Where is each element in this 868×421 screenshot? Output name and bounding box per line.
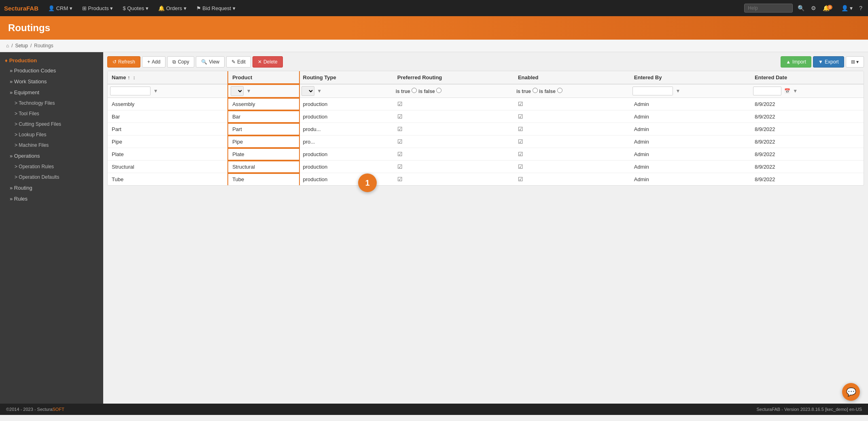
cell-routing-type: produ... [299,123,393,135]
brand-logo[interactable]: SecturaFAB [4,5,38,12]
cell-preferred-routing: ☑ [393,173,514,186]
cell-routing-type: production [299,173,393,186]
col-header-routing-type: Routing Type [299,71,393,84]
breadcrumb-separator: / [11,43,13,49]
is-true-label: is true [396,89,410,94]
notification-icon[interactable]: 🔔0 [821,3,836,13]
gear-icon[interactable]: ⚙ [809,3,818,13]
filter-name: ▼ [108,84,228,98]
enabled-false-radio[interactable] [557,88,562,93]
entered-by-filter-input[interactable] [632,87,673,95]
footer-left: ©2014 - 2023 - SecturaSOFT [6,407,64,412]
notification-badge: 0 [827,5,832,10]
enabled-true-radio[interactable] [533,88,538,93]
table-row[interactable]: Plate Plate production ☑ ☑ Admin 8/9/202… [108,148,864,161]
entered-by-filter-icon[interactable]: ▼ [675,88,680,94]
page-title: Routings [8,22,860,34]
filter-preferred-routing: is true is false [393,84,514,98]
table-row[interactable]: Tube Tube production ☑ ☑ Admin 8/9/2022 [108,173,864,186]
nav-bid-request[interactable]: ⚑ Bid Request ▾ [192,3,240,13]
edit-button[interactable]: ✎ Edit [226,56,251,68]
import-button[interactable]: ▲ Import [781,56,811,68]
sidebar-item-routing[interactable]: » Routing [0,182,103,193]
view-button[interactable]: 🔍 View [196,56,225,68]
table-row[interactable]: Bar Bar production ☑ ☑ Admin 8/9/2022 [108,110,864,123]
nav-right: 🔍 ⚙ 🔔0 👤 ▾ ? [744,3,864,13]
export-button[interactable]: ▼ Export [813,56,844,68]
sidebar-item-operations[interactable]: » Operations [0,150,103,161]
cell-entered-date: 8/9/2022 [751,110,864,123]
add-button[interactable]: + Add [142,56,166,68]
refresh-button[interactable]: ↺ Refresh [107,56,140,68]
sidebar-subitem-technology-files[interactable]: > Technology Files [0,98,103,108]
routing-type-filter-icon[interactable]: ▼ [317,88,322,94]
breadcrumb-setup[interactable]: Setup [15,43,28,49]
preferred-false-radio[interactable] [436,88,441,93]
product-filter-select[interactable] [231,86,244,96]
cell-entered-by: Admin [630,161,751,173]
help-input[interactable] [744,4,793,13]
cell-preferred-routing: ☑ [393,161,514,173]
cell-enabled: ☑ [514,123,630,135]
preferred-true-radio[interactable] [412,88,417,93]
sidebar-item-production-codes[interactable]: » Production Codes [0,65,103,76]
nav-quotes[interactable]: $ Quotes ▾ [119,3,152,13]
filter-entered-date: 📅 ▼ [751,84,864,98]
sidebar-item-equipment[interactable]: » Equipment [0,87,103,98]
cell-entered-date: 8/9/2022 [751,148,864,161]
sidebar-item-rules[interactable]: » Rules [0,193,103,204]
filter-enabled: is true is false [514,84,630,98]
brand-suffix: FAB [26,5,38,12]
filter-routing-type: ▼ [299,84,393,98]
routing-type-filter-select[interactable] [301,86,314,96]
cell-enabled: ☑ [514,98,630,110]
nav-orders[interactable]: 🔔 Orders ▾ [154,3,191,13]
cell-product: Structural [228,161,299,173]
copy-button[interactable]: ⧉ Copy [167,56,194,68]
cell-entered-by: Admin [630,123,751,135]
sidebar-subitem-machine-files[interactable]: > Machine Files [0,140,103,150]
user-icon[interactable]: 👤 ▾ [840,3,854,13]
sidebar-section-production[interactable]: ♦ Production [0,54,103,65]
delete-button[interactable]: ✕ Delete [253,56,283,68]
cell-name: Structural [108,161,228,173]
table-row[interactable]: Pipe Pipe pro... ☑ ☑ Admin 8/9/2022 [108,135,864,148]
col-header-enabled: Enabled [514,71,630,84]
nav-crm[interactable]: 👤 CRM ▾ [44,3,76,13]
entered-date-filter-input[interactable] [753,87,781,95]
table-row[interactable]: Assembly Assembly production ☑ ☑ Admin 8… [108,98,864,110]
footer-brand-highlight: SOFT [53,407,64,412]
breadcrumb-separator2: / [30,43,32,49]
cell-routing-type: production [299,98,393,110]
entered-date-calendar-icon[interactable]: 📅 [784,88,790,94]
cell-entered-by: Admin [630,98,751,110]
name-filter-icon[interactable]: ▼ [153,88,158,94]
cell-routing-type: production [299,161,393,173]
sidebar-subitem-lookup-files[interactable]: > Lookup Files [0,129,103,140]
cell-product: Tube [228,173,299,186]
chat-button[interactable]: 💬 [842,383,860,401]
toolbar: ↺ Refresh + Add ⧉ Copy 🔍 View ✎ Edit ✕ D… [107,56,864,68]
search-icon[interactable]: 🔍 [796,3,806,13]
sidebar-subitem-operation-rules[interactable]: > Operation Rules [0,161,103,172]
sidebar-subitem-tool-files[interactable]: > Tool Files [0,108,103,119]
columns-button[interactable]: ⊞ ▾ [846,56,864,68]
entered-date-filter-icon[interactable]: ▼ [793,88,798,94]
table-row[interactable]: Part Part produ... ☑ ☑ Admin 8/9/2022 [108,123,864,135]
sidebar-subitem-cutting-speed-files[interactable]: > Cutting Speed Files [0,119,103,129]
sidebar-item-work-stations[interactable]: » Work Stations [0,76,103,87]
cell-entered-date: 8/9/2022 [751,135,864,148]
product-filter-icon[interactable]: ▼ [246,88,251,94]
cell-entered-date: 8/9/2022 [751,161,864,173]
table-row[interactable]: Structural Structural production ☑ ☑ Adm… [108,161,864,173]
footer: ©2014 - 2023 - SecturaSOFT SecturaFAB - … [0,404,868,415]
home-icon[interactable]: ⌂ [6,43,9,49]
cell-preferred-routing: ☑ [393,148,514,161]
sidebar-subitem-operation-defaults[interactable]: > Operation Defaults [0,172,103,182]
help-icon[interactable]: ? [857,3,864,13]
cell-name: Assembly [108,98,228,110]
nav-products[interactable]: ⊞ Products ▾ [78,3,117,13]
cell-entered-by: Admin [630,173,751,186]
sort-icon-name[interactable]: ↕ [133,74,136,80]
name-filter-input[interactable] [110,87,151,95]
